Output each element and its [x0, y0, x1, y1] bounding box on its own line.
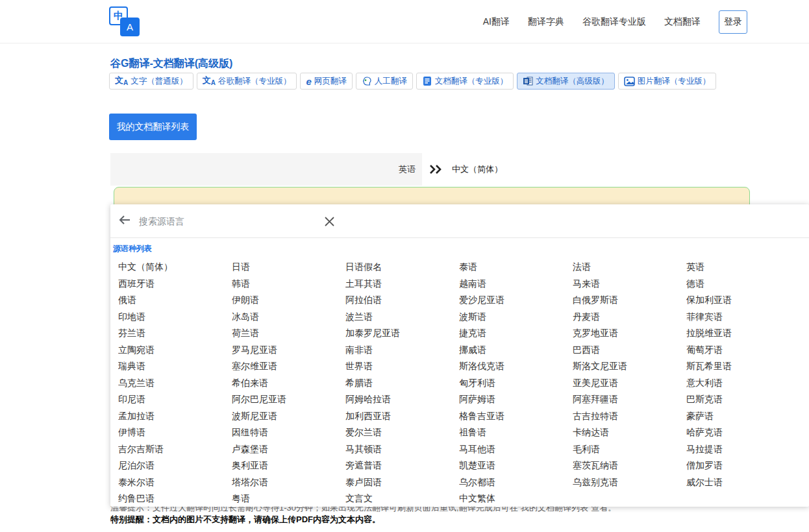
language-option[interactable]: 希伯来语 [232, 375, 345, 392]
language-option[interactable]: 亚美尼亚语 [573, 375, 686, 392]
language-option[interactable]: 加利西亚语 [345, 408, 459, 425]
language-option[interactable]: 爱沙尼亚语 [459, 292, 573, 309]
language-search-input[interactable] [139, 216, 308, 226]
language-option[interactable]: 卡纳达语 [573, 424, 686, 441]
language-option[interactable]: 西班牙语 [118, 276, 232, 293]
language-option[interactable]: 约鲁巴语 [118, 490, 232, 507]
language-option[interactable]: 克罗地亚语 [573, 325, 686, 342]
language-option[interactable]: 荷兰语 [232, 325, 345, 342]
language-option[interactable]: 韩语 [232, 276, 345, 293]
language-option[interactable]: 葡萄牙语 [686, 342, 800, 359]
language-option[interactable]: 阿拉伯语 [345, 292, 459, 309]
language-option[interactable]: 波兰语 [345, 309, 459, 326]
language-option[interactable]: 捷克语 [459, 325, 573, 342]
tab-text-basic[interactable]: 文A 文字（普通版） [109, 73, 193, 90]
language-option[interactable]: 加泰罗尼亚语 [345, 325, 459, 342]
nav-document-translate[interactable]: 文档翻译 [664, 16, 701, 28]
tab-google-translate-pro[interactable]: 文A 谷歌翻译（专业版） [197, 73, 297, 90]
language-option[interactable]: 豪萨语 [686, 408, 800, 425]
language-option[interactable]: 毛利语 [573, 441, 686, 458]
language-option[interactable]: 奥利亚语 [232, 457, 345, 474]
language-option[interactable]: 波斯语 [459, 309, 573, 326]
language-option[interactable]: 越南语 [459, 276, 573, 293]
language-option[interactable]: 古吉拉特语 [573, 408, 686, 425]
language-option[interactable]: 马耳他语 [459, 441, 573, 458]
language-option[interactable]: 印尼语 [118, 391, 232, 408]
language-option[interactable]: 吉尔吉斯语 [118, 441, 232, 458]
language-option[interactable]: 日语假名 [345, 259, 459, 276]
language-option[interactable]: 伊博语 [118, 424, 232, 441]
language-option[interactable]: 伊朗语 [232, 292, 345, 309]
language-option[interactable]: 格鲁吉亚语 [459, 408, 573, 425]
tab-human-translate[interactable]: 人工翻译 [356, 73, 413, 90]
language-option[interactable]: 菲律宾语 [686, 309, 800, 326]
language-option[interactable]: 匈牙利语 [459, 375, 573, 392]
language-option[interactable]: 祖鲁语 [459, 424, 573, 441]
language-option[interactable]: 英语 [686, 259, 800, 276]
language-option[interactable]: 瑞典语 [118, 358, 232, 375]
language-option[interactable]: 芬兰语 [118, 325, 232, 342]
language-option[interactable]: 中文（简体） [118, 259, 232, 276]
language-option[interactable]: 马拉提语 [686, 441, 800, 458]
source-language-selector[interactable]: 英语 [110, 153, 422, 186]
language-option[interactable]: 泰米尔语 [118, 474, 232, 491]
language-option[interactable]: 孟加拉语 [118, 408, 232, 425]
language-option[interactable]: 希腊语 [345, 375, 459, 392]
language-option[interactable]: 马其顿语 [345, 441, 459, 458]
language-option[interactable]: 斯瓦希里语 [686, 358, 800, 375]
language-option[interactable]: 印地语 [118, 309, 232, 326]
language-option[interactable]: 斯洛伐克语 [459, 358, 573, 375]
nav-dictionary[interactable]: 翻译字典 [528, 16, 564, 28]
language-option[interactable]: 泰语 [459, 259, 573, 276]
language-option[interactable]: 文言文 [345, 490, 459, 507]
target-language-selector[interactable]: 中文（简体） [452, 163, 503, 175]
language-option[interactable]: 乌尔都语 [459, 474, 573, 491]
language-option[interactable]: 因纽特语 [232, 424, 345, 441]
language-option[interactable]: 乌兹别克语 [573, 474, 686, 491]
language-option[interactable]: 意大利语 [686, 375, 800, 392]
language-option[interactable]: 乌克兰语 [118, 375, 232, 392]
language-option[interactable]: 巴斯克语 [686, 391, 800, 408]
language-option[interactable]: 阿萨姆语 [459, 391, 573, 408]
language-option[interactable]: 拉脱维亚语 [686, 325, 800, 342]
my-document-list-button[interactable]: 我的文档翻译列表 [109, 114, 197, 140]
language-option[interactable]: 罗马尼亚语 [232, 342, 345, 359]
nav-google-translate-pro[interactable]: 谷歌翻译专业版 [582, 16, 646, 28]
tab-document-translate-pro[interactable]: 文档翻译（专业版） [416, 73, 514, 90]
translate-logo-icon[interactable]: 中 A [109, 6, 142, 38]
language-option[interactable]: 土耳其语 [345, 276, 459, 293]
language-option[interactable]: 南非语 [345, 342, 459, 359]
language-option[interactable]: 尼泊尔语 [118, 457, 232, 474]
back-arrow-icon[interactable] [118, 213, 131, 229]
language-option[interactable]: 中文繁体 [459, 490, 573, 507]
language-option[interactable]: 阿姆哈拉语 [345, 391, 459, 408]
language-option[interactable]: 巴西语 [573, 342, 686, 359]
language-option[interactable]: 旁遮普语 [345, 457, 459, 474]
language-option[interactable]: 凯楚亚语 [459, 457, 573, 474]
language-option[interactable]: 日语 [232, 259, 345, 276]
language-option[interactable]: 塔塔尔语 [232, 474, 345, 491]
language-option[interactable]: 立陶宛语 [118, 342, 232, 359]
language-option[interactable]: 哈萨克语 [686, 424, 800, 441]
language-option[interactable]: 爱尔兰语 [345, 424, 459, 441]
language-option[interactable]: 冰岛语 [232, 309, 345, 326]
tab-document-translate-advanced[interactable]: 文档翻译（高级版） [517, 73, 615, 90]
nav-ai-translate[interactable]: AI翻译 [483, 16, 510, 28]
language-option[interactable]: 僧加罗语 [686, 457, 800, 474]
language-option[interactable]: 卢森堡语 [232, 441, 345, 458]
language-option[interactable]: 丹麦语 [573, 309, 686, 326]
language-option[interactable]: 世界语 [345, 358, 459, 375]
language-option[interactable]: 阿尔巴尼亚语 [232, 391, 345, 408]
language-option[interactable]: 保加利亚语 [686, 292, 800, 309]
language-option[interactable]: 德语 [686, 276, 800, 293]
language-option[interactable]: 挪威语 [459, 342, 573, 359]
language-option[interactable]: 塞尔维亚语 [232, 358, 345, 375]
login-button[interactable]: 登录 [719, 10, 747, 34]
tab-web-translate[interactable]: e 网页翻译 [300, 73, 352, 90]
language-option[interactable]: 俄语 [118, 292, 232, 309]
close-icon[interactable] [323, 215, 336, 228]
language-option[interactable]: 威尔士语 [686, 474, 800, 491]
language-option[interactable]: 白俄罗斯语 [573, 292, 686, 309]
tab-image-translate-pro[interactable]: 图片翻译（专业版） [618, 73, 717, 90]
language-option[interactable]: 粤语 [232, 490, 345, 507]
